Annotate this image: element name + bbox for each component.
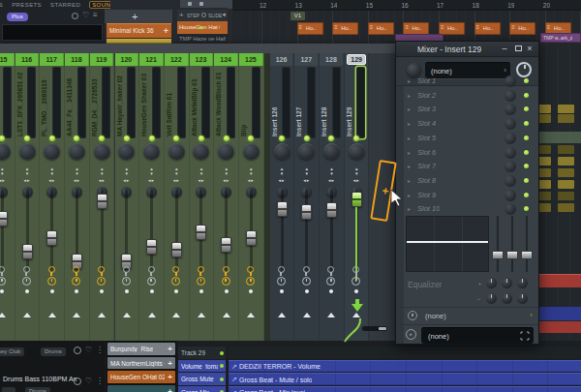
mixer-channel-121[interactable]: 121HouseGen Shaker 03▴ ▾◂▸ bbox=[139, 53, 165, 341]
pattern-item-4[interactable]: + bbox=[107, 385, 175, 392]
play-circle-icon[interactable] bbox=[74, 377, 81, 385]
preset-dropdown[interactable]: (none) › bbox=[425, 62, 510, 78]
slider-handle[interactable] bbox=[521, 251, 533, 259]
select-dot[interactable] bbox=[25, 289, 29, 293]
channel-enable-led[interactable] bbox=[199, 26, 202, 29]
slot-enable-led[interactable] bbox=[524, 106, 529, 111]
route-arrow-icon[interactable] bbox=[247, 313, 255, 317]
track-header-1[interactable]: Track 29 bbox=[178, 347, 226, 359]
clip-menu-icon[interactable]: ≡ bbox=[476, 24, 480, 30]
playlist-marker-v1[interactable]: V1 bbox=[290, 12, 305, 20]
route-arrow-icon[interactable] bbox=[0, 313, 6, 317]
pan-arrows-icon[interactable]: ◂▸ bbox=[345, 177, 369, 183]
pan-knob[interactable] bbox=[118, 143, 135, 160]
track-lane-4[interactable]: ↗Gross Beat - Mix level bbox=[229, 386, 581, 392]
playlist-clip-hat[interactable]: ≡Ho.. bbox=[474, 22, 501, 35]
select-dot[interactable] bbox=[199, 289, 203, 293]
maximize-icon[interactable] bbox=[515, 45, 522, 51]
latch-icon[interactable] bbox=[0, 277, 6, 286]
record-arm-icon[interactable] bbox=[327, 266, 334, 273]
mixer-channel-120[interactable]: 120MA Haywir_haker 02▴ ▾◂▸ bbox=[115, 53, 140, 341]
stereo-sep-arrows-icon[interactable]: ▴ ▾ bbox=[0, 166, 15, 176]
playlist-red-clip[interactable] bbox=[535, 274, 581, 287]
pan-arrows-icon[interactable]: ◂▸ bbox=[0, 177, 15, 183]
slot-enable-led[interactable] bbox=[524, 206, 529, 211]
route-arrow-icon[interactable] bbox=[123, 313, 131, 317]
pan-arrows-icon[interactable]: ◂▸ bbox=[115, 177, 139, 183]
mixer-channel-117[interactable]: 117PL_TMO__2089119▴ ▾◂▸ bbox=[40, 53, 65, 341]
fader-handle[interactable] bbox=[246, 230, 257, 246]
latch-icon[interactable] bbox=[47, 277, 56, 286]
playlist-clip-purple-2[interactable]: TMP w..ark_d bbox=[540, 33, 581, 43]
mixer-window-topbar[interactable] bbox=[0, 44, 399, 53]
slot-mix-knob[interactable] bbox=[505, 75, 516, 87]
stereo-sep-arrows-icon[interactable]: ▴ ▾ bbox=[139, 166, 164, 176]
track-led[interactable] bbox=[220, 351, 224, 355]
mixer-channel-123[interactable]: 123Attack MetalBlip 01▴ ▾◂▸ bbox=[190, 53, 215, 341]
stereo-sep-arrows-icon[interactable]: ▴ ▾ bbox=[165, 166, 189, 176]
slot-enable-led[interactable] bbox=[524, 78, 529, 83]
stereo-sep-arrows-icon[interactable]: ▴ ▾ bbox=[65, 166, 89, 176]
track-led[interactable] bbox=[220, 377, 224, 381]
slot-arrow-icon[interactable]: ▸ bbox=[408, 106, 411, 113]
channel-number[interactable]: 123 bbox=[190, 53, 214, 66]
move-tool-icon[interactable]: + bbox=[132, 10, 138, 23]
fader-handle[interactable] bbox=[0, 211, 8, 226]
channel-number[interactable]: 129 bbox=[347, 54, 367, 65]
record-arm-icon[interactable] bbox=[352, 266, 359, 273]
output-dropdown[interactable]: (none) bbox=[421, 327, 534, 344]
latch-icon[interactable] bbox=[147, 277, 156, 286]
clip-menu-icon[interactable]: ≡ bbox=[511, 24, 515, 30]
mixer-channel-124[interactable]: 124Attack WoodBlock 01▴ ▾◂▸ bbox=[214, 53, 239, 341]
mixer-channel-119[interactable]: 119RGM_D4__2726533▴ ▾◂▸ bbox=[90, 53, 115, 341]
stereo-sep-arrows-icon[interactable]: ▴ ▾ bbox=[214, 166, 238, 176]
slot-mix-knob[interactable] bbox=[505, 175, 516, 187]
pan-knob[interactable] bbox=[349, 143, 365, 160]
channel-led[interactable] bbox=[49, 136, 55, 141]
slot-arrow-icon[interactable]: ▸ bbox=[408, 193, 411, 199]
slot-arrow-icon[interactable]: ▸ bbox=[408, 136, 411, 142]
record-arm-icon[interactable] bbox=[198, 266, 204, 273]
record-arm-icon[interactable] bbox=[303, 266, 310, 273]
channel-led[interactable] bbox=[99, 136, 105, 141]
record-arm-icon[interactable] bbox=[23, 266, 30, 273]
fader-handle[interactable] bbox=[352, 192, 362, 207]
eq-width-knob-1[interactable] bbox=[486, 293, 497, 304]
channel-number[interactable]: 124 bbox=[214, 53, 238, 66]
slot-enable-led[interactable] bbox=[524, 193, 529, 197]
record-arm-icon[interactable] bbox=[48, 266, 55, 273]
stereo-sep-arrows-icon[interactable]: ▴ ▾ bbox=[115, 166, 139, 176]
slot-mix-knob[interactable] bbox=[505, 118, 516, 130]
mixer-channel-126[interactable]: 126Insert 126▴ ▾◂▸ bbox=[270, 53, 295, 341]
eq-freq-knob-1[interactable] bbox=[486, 278, 497, 288]
latch-icon[interactable] bbox=[246, 277, 255, 286]
channel-number[interactable]: 128 bbox=[320, 53, 344, 66]
route-arrow-icon[interactable] bbox=[98, 313, 106, 317]
mixer-channel-115[interactable]: 115▴ ▾◂▸ bbox=[0, 53, 15, 341]
channel-led[interactable] bbox=[124, 136, 130, 141]
select-dot[interactable] bbox=[225, 289, 229, 293]
clip-block[interactable] bbox=[558, 168, 574, 177]
slot-mix-knob[interactable] bbox=[505, 203, 516, 215]
drag-plus-icon[interactable]: + bbox=[164, 26, 168, 36]
stereo-sep-arrows-icon[interactable]: ▴ ▾ bbox=[239, 166, 263, 176]
slot-mix-knob[interactable] bbox=[505, 133, 516, 144]
route-arrow-icon[interactable] bbox=[327, 313, 335, 317]
route-arrow-icon[interactable] bbox=[303, 313, 311, 317]
pan-arrows-icon[interactable]: ◂▸ bbox=[214, 177, 238, 183]
slot-mix-knob[interactable] bbox=[505, 90, 516, 102]
slot-arrow-icon[interactable]: ▸ bbox=[408, 206, 411, 213]
mixer-channel-116[interactable]: 116LST3_SFX_265851 #2▴ ▾◂▸ bbox=[15, 53, 41, 341]
pan-arrows-icon[interactable]: ◂▸ bbox=[190, 177, 214, 183]
stereo-sep-arrows-icon[interactable]: ▴ ▾ bbox=[15, 166, 40, 176]
slot-enable-led[interactable] bbox=[524, 150, 529, 155]
pan-knob[interactable] bbox=[193, 143, 209, 160]
pattern-item-3[interactable]: HouseGen OHat 02+ bbox=[107, 371, 175, 383]
select-dot[interactable] bbox=[75, 289, 78, 293]
time-send-row[interactable]: (none) › bbox=[396, 307, 538, 322]
eq-width-knob-2[interactable] bbox=[502, 293, 512, 304]
select-dot[interactable] bbox=[280, 289, 284, 293]
heart-icon[interactable]: ♡ bbox=[85, 377, 92, 385]
clip-menu-icon[interactable]: ≡ bbox=[334, 24, 338, 30]
playlist-clip-hat[interactable]: ≡Ho.. bbox=[509, 22, 535, 35]
